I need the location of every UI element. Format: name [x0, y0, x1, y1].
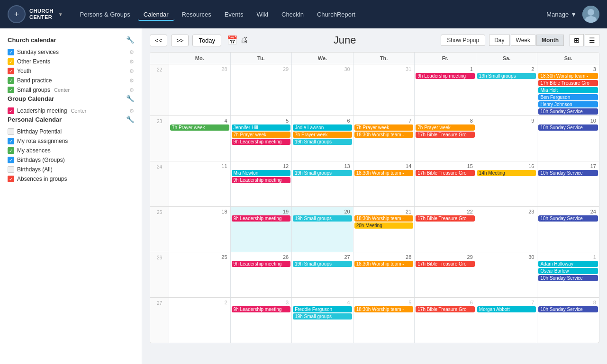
event-pill[interactable]: 7h Prayer week [232, 132, 291, 138]
calendar-day[interactable]: 2118:30h Worship team -20h Meeting [353, 207, 415, 252]
event-pill[interactable]: Ben Ferguson [538, 94, 598, 100]
calendar-day[interactable]: 199h Leadership meeting [231, 207, 292, 252]
print-icon[interactable]: 🖨 [240, 35, 249, 45]
event-pill[interactable]: 17h Bible Treasure Gro [416, 170, 475, 176]
nav-link-resources[interactable]: Resources [176, 8, 217, 21]
calendar-day[interactable]: 2 [169, 298, 231, 343]
calendar-day[interactable]: 1418:30h Worship team - [353, 161, 415, 206]
calendar-day[interactable]: 28 [169, 64, 231, 115]
calendar-day[interactable]: 2217h Bible Treasure Gro [415, 207, 476, 252]
calendar-day[interactable]: 2818:30h Worship team - [353, 252, 415, 297]
event-pill[interactable]: 7h Prayer week [170, 124, 229, 131]
event-pill[interactable]: Freddie Ferguson [293, 306, 352, 312]
calendar-day[interactable]: 518:30h Worship team - [353, 298, 415, 343]
event-pill[interactable]: 19h Small groups [293, 313, 352, 320]
gear-icon[interactable]: ⚙ [129, 78, 134, 84]
sidebar-checkbox[interactable]: ✓ [8, 49, 14, 55]
event-pill[interactable]: Adam Holloway [538, 261, 598, 267]
event-pill[interactable]: 17h Bible Treasure Gro [538, 80, 598, 86]
event-pill[interactable]: 19h Small groups [293, 139, 352, 145]
event-pill[interactable]: 7h Prayer week [416, 124, 475, 131]
manage-button[interactable]: Manage ▼ [546, 11, 577, 18]
calendar-day[interactable]: 1517h Bible Treasure Gro [415, 161, 476, 206]
sidebar-checkbox[interactable]: ✓ [8, 157, 14, 163]
event-pill[interactable]: 10h Sunday Service [538, 306, 598, 312]
sidebar-checkbox[interactable]: ✓ [8, 87, 14, 93]
calendar-icon[interactable]: 📅 [227, 35, 237, 45]
calendar-day[interactable]: 1710h Sunday Service [537, 161, 599, 206]
calendar-day[interactable]: 31 [353, 64, 415, 115]
event-pill[interactable]: Henry Johnson [538, 101, 598, 107]
event-pill[interactable]: 18:30h Worship team - [354, 170, 414, 176]
event-pill[interactable]: 18:30h Worship team - [354, 215, 414, 222]
show-popup-button[interactable]: Show Popup [441, 35, 485, 46]
event-pill[interactable]: 7h Prayer week [354, 124, 414, 131]
gear-icon[interactable]: ⚙ [129, 87, 134, 93]
week-button[interactable]: Week [511, 35, 535, 46]
calendar-day[interactable]: 4Freddie Ferguson19h Small groups [292, 298, 353, 343]
event-pill[interactable]: 17h Bible Treasure Gro [416, 261, 475, 267]
next-button[interactable]: >> [171, 35, 189, 46]
event-pill[interactable]: 10h Sunday Service [538, 275, 598, 281]
month-button[interactable]: Month [536, 35, 564, 46]
event-pill[interactable]: 10h Sunday Service [538, 108, 598, 115]
event-pill[interactable]: 19h Small groups [293, 261, 352, 267]
wrench-icon[interactable]: 🔧 [126, 95, 134, 102]
event-pill[interactable]: 17h Bible Treasure Gro [416, 215, 475, 222]
calendar-day[interactable]: 1010h Sunday Service [537, 116, 599, 161]
gear-icon[interactable]: ⚙ [129, 59, 134, 65]
nav-link-calendar[interactable]: Calendar [138, 8, 174, 21]
event-pill[interactable]: 19h Small groups [293, 215, 352, 222]
event-pill[interactable]: Jennifer Hill [232, 124, 291, 131]
event-pill[interactable]: 9h Leadership meeting [232, 261, 291, 267]
event-pill[interactable]: Mia Holt [538, 87, 598, 93]
event-pill[interactable]: 14h Meeting [477, 170, 536, 176]
event-pill[interactable]: 9h Leadership meeting [232, 306, 291, 312]
sidebar-checkbox[interactable]: ✓ [8, 107, 14, 114]
calendar-day[interactable]: 29 [231, 64, 292, 115]
calendar-day[interactable]: 1Adam HollowayOscar Barlow10h Sunday Ser… [537, 252, 599, 297]
event-pill[interactable]: Jodie Lawson [293, 124, 352, 131]
calendar-day[interactable]: 11 [169, 161, 231, 206]
event-pill[interactable]: Oscar Barlow [538, 268, 598, 274]
nav-link-churchreport[interactable]: ChurchReport [311, 8, 361, 21]
calendar-day[interactable]: 12Mia Newton9h Leadership meeting [231, 161, 292, 206]
calendar-day[interactable]: 19h Leadership meeting [415, 64, 476, 115]
sidebar-checkbox[interactable]: ✓ [8, 68, 14, 74]
calendar-day[interactable]: 318:30h Worship team -17h Bible Treasure… [537, 64, 599, 115]
gear-icon[interactable]: ⚙ [129, 49, 134, 55]
calendar-day[interactable]: 30 [476, 252, 538, 297]
day-button[interactable]: Day [489, 35, 509, 46]
calendar-day[interactable]: 6Jodie Lawson7h Prayer week19h Small gro… [292, 116, 353, 161]
logo-area[interactable]: + CHURCHCENTER ▼ [8, 5, 63, 23]
event-pill[interactable]: 20h Meeting [354, 222, 414, 229]
gear-icon[interactable]: ⚙ [129, 68, 134, 74]
event-pill[interactable]: Morgan Abbott [477, 306, 536, 312]
nav-link-checkin[interactable]: Checkin [276, 8, 309, 21]
list-view-button[interactable]: ☰ [585, 34, 599, 46]
event-pill[interactable]: 19h Small groups [293, 170, 352, 176]
event-pill[interactable]: 18:30h Worship team - [538, 73, 598, 79]
event-pill[interactable]: 19h Small groups [477, 73, 536, 79]
nav-link-wiki[interactable]: Wiki [251, 8, 274, 21]
avatar[interactable] [582, 6, 599, 23]
calendar-day[interactable]: 617h Bible Treasure Gro [415, 298, 476, 343]
calendar-day[interactable]: 7Morgan Abbott [476, 298, 538, 343]
calendar-day[interactable]: 18 [169, 207, 231, 252]
event-pill[interactable]: 17h Bible Treasure Gro [416, 306, 475, 312]
sidebar-checkbox[interactable]: ✓ [8, 77, 14, 84]
calendar-day[interactable]: 77h Prayer week18:30h Worship team - [353, 116, 415, 161]
event-pill[interactable]: 10h Sunday Service [538, 215, 598, 222]
calendar-day[interactable]: 5Jennifer Hill7h Prayer week9h Leadershi… [231, 116, 292, 161]
calendar-day[interactable]: 2019h Small groups [292, 207, 353, 252]
calendar-day[interactable]: 219h Small groups [476, 64, 538, 115]
event-pill[interactable]: 18:30h Worship team - [354, 306, 414, 312]
calendar-day[interactable]: 1614h Meeting [476, 161, 538, 206]
calendar-day[interactable]: 2719h Small groups [292, 252, 353, 297]
event-pill[interactable]: 18:30h Worship team - [354, 261, 414, 267]
event-pill[interactable]: 9h Leadership meeting [416, 73, 475, 79]
wrench-icon[interactable]: 🔧 [126, 115, 134, 123]
calendar-day[interactable]: 2410h Sunday Service [537, 207, 599, 252]
calendar-day[interactable]: 47h Prayer week [169, 116, 231, 161]
event-pill[interactable]: 9h Leadership meeting [232, 139, 291, 145]
